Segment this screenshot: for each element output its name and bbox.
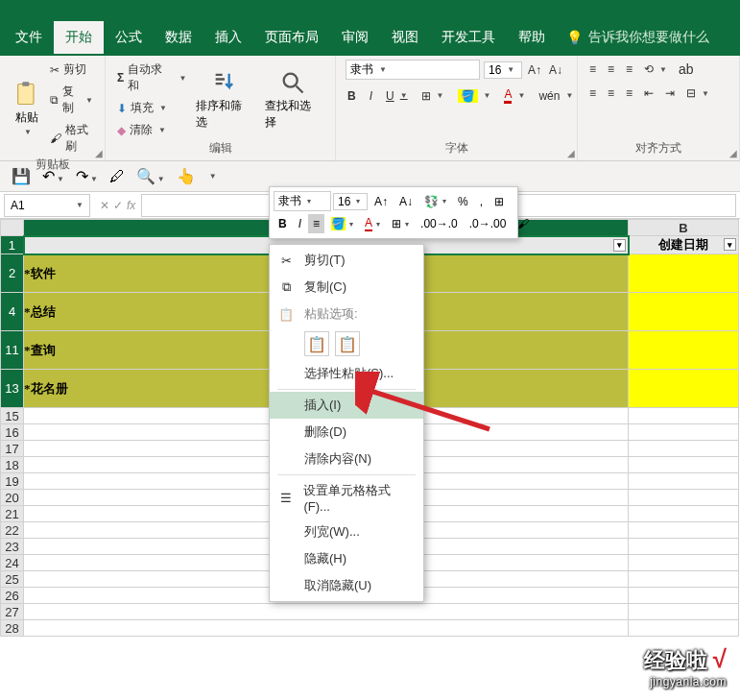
ctx-format-cells[interactable]: ☰设置单元格格式(F)... bbox=[270, 477, 423, 519]
filter-icon[interactable]: ▾ bbox=[613, 239, 626, 252]
sort-filter-button[interactable]: 排序和筛选 bbox=[192, 65, 256, 134]
font-color-icon[interactable]: A▾ bbox=[360, 213, 385, 234]
border-button[interactable]: ⊞▼ bbox=[419, 87, 446, 105]
dialog-launcher-icon[interactable]: ◢ bbox=[567, 148, 575, 158]
fill-color-icon[interactable]: 🪣▾ bbox=[326, 214, 358, 233]
tab-data[interactable]: 数据 bbox=[154, 21, 203, 54]
increase-font-icon[interactable]: A↑ bbox=[370, 192, 393, 211]
italic-button[interactable]: I bbox=[368, 87, 374, 105]
ctx-hide[interactable]: 隐藏(H) bbox=[270, 545, 423, 572]
ctx-clear[interactable]: 清除内容(N) bbox=[270, 446, 423, 472]
copy-button[interactable]: ⧉复制▼ bbox=[48, 82, 95, 118]
tab-layout[interactable]: 页面布局 bbox=[253, 21, 330, 54]
bold-button[interactable]: B bbox=[346, 87, 358, 105]
row-header[interactable]: 21 bbox=[1, 506, 24, 522]
phonetic-button[interactable]: wén▼ bbox=[537, 87, 575, 105]
ctx-copy[interactable]: ⧉复制(C) bbox=[270, 274, 423, 301]
paste-button[interactable]: 粘贴 ▼ bbox=[10, 77, 44, 140]
cell[interactable] bbox=[629, 506, 739, 522]
align-top-icon[interactable]: ≡ bbox=[587, 60, 598, 78]
cell[interactable] bbox=[629, 571, 739, 588]
ctx-unhide[interactable]: 取消隐藏(U) bbox=[270, 572, 423, 599]
ctx-cut[interactable]: ✂剪切(T) bbox=[270, 247, 423, 274]
paste-option-default[interactable]: 📋 bbox=[304, 331, 329, 356]
row-header[interactable]: 2 bbox=[1, 254, 24, 293]
decrease-decimal-icon[interactable]: .00→.0 bbox=[416, 214, 463, 233]
row-header[interactable]: 23 bbox=[1, 539, 24, 555]
cell[interactable] bbox=[629, 408, 739, 424]
cell[interactable] bbox=[629, 539, 739, 555]
tab-file[interactable]: 文件 bbox=[4, 21, 54, 54]
format-painter-button[interactable]: 🖌格式刷 bbox=[48, 120, 95, 157]
cell-b1[interactable]: 创建日期▾ bbox=[629, 236, 739, 254]
comma-icon[interactable]: , bbox=[475, 192, 488, 211]
tab-view[interactable]: 视图 bbox=[380, 21, 430, 54]
bold-icon[interactable]: B bbox=[274, 214, 292, 233]
clear-button[interactable]: ◆清除▼ bbox=[115, 120, 188, 140]
tab-review[interactable]: 审阅 bbox=[330, 21, 380, 54]
cell[interactable] bbox=[24, 604, 629, 620]
autosum-button[interactable]: Σ自动求和▼ bbox=[115, 60, 188, 96]
row-header[interactable]: 11 bbox=[1, 331, 24, 370]
paste-option-keep-format[interactable]: 📋 bbox=[335, 331, 360, 356]
cell[interactable] bbox=[629, 441, 739, 457]
row-header[interactable]: 26 bbox=[1, 588, 24, 604]
ctx-delete[interactable]: 删除(D) bbox=[270, 419, 423, 446]
ctx-insert[interactable]: 插入(I) bbox=[270, 392, 423, 419]
cell[interactable] bbox=[629, 473, 739, 490]
cell[interactable] bbox=[629, 490, 739, 506]
wrap-text-button[interactable]: ab bbox=[677, 60, 696, 79]
decrease-font-icon[interactable]: A↓ bbox=[547, 61, 564, 79]
align-center-icon[interactable]: ≡ bbox=[606, 84, 616, 102]
row-header[interactable]: 4 bbox=[1, 293, 24, 331]
align-right-icon[interactable]: ≡ bbox=[624, 84, 634, 102]
filter-icon[interactable]: ▾ bbox=[724, 238, 736, 251]
align-center-icon[interactable]: ≡ bbox=[308, 214, 324, 233]
cell[interactable] bbox=[629, 424, 739, 441]
cell[interactable] bbox=[629, 331, 739, 370]
row-header[interactable]: 27 bbox=[1, 604, 24, 620]
enter-icon[interactable]: ✓ bbox=[113, 199, 123, 212]
brush-icon[interactable]: 🖊 bbox=[106, 164, 129, 189]
align-bottom-icon[interactable]: ≡ bbox=[624, 60, 634, 78]
row-header[interactable]: 18 bbox=[1, 457, 24, 473]
fill-color-button[interactable]: 🪣▼ bbox=[456, 87, 493, 105]
tab-formulas[interactable]: 公式 bbox=[104, 21, 154, 54]
cell[interactable] bbox=[629, 254, 739, 293]
row-header[interactable]: 19 bbox=[1, 473, 24, 490]
ctx-column-width[interactable]: 列宽(W)... bbox=[270, 519, 423, 545]
mini-font-name[interactable]: 隶书▾ bbox=[274, 191, 331, 211]
column-header-b[interactable]: B bbox=[629, 220, 739, 236]
accounting-format-icon[interactable]: 💱▾ bbox=[419, 192, 451, 211]
touch-mode-icon[interactable]: 👆 bbox=[173, 163, 200, 189]
decrease-font-icon[interactable]: A↓ bbox=[394, 192, 418, 211]
name-box[interactable]: A1▼ bbox=[4, 194, 90, 217]
cell[interactable] bbox=[629, 555, 739, 571]
tab-home[interactable]: 开始 bbox=[54, 21, 104, 54]
dialog-launcher-icon[interactable]: ◢ bbox=[95, 148, 103, 158]
row-header[interactable]: 28 bbox=[1, 620, 24, 637]
percent-icon[interactable]: % bbox=[453, 192, 473, 211]
border-icon[interactable]: ⊞▾ bbox=[387, 214, 414, 233]
font-color-button[interactable]: A▼ bbox=[502, 85, 527, 106]
find-select-button[interactable]: 查找和选择 bbox=[261, 65, 325, 134]
dialog-launcher-icon[interactable]: ◢ bbox=[729, 148, 737, 158]
row-header[interactable]: 16 bbox=[1, 424, 24, 441]
row-header[interactable]: 22 bbox=[1, 522, 24, 539]
font-size-select[interactable]: 16▼ bbox=[484, 61, 522, 79]
merge-button[interactable]: ⊟▼ bbox=[684, 84, 711, 102]
find-icon[interactable]: 🔍▼ bbox=[132, 163, 169, 189]
row-header[interactable]: 25 bbox=[1, 571, 24, 588]
decrease-indent-icon[interactable]: ⇤ bbox=[642, 84, 656, 102]
align-left-icon[interactable]: ≡ bbox=[587, 84, 598, 102]
fill-button[interactable]: ⬇填充▼ bbox=[115, 98, 188, 118]
cell[interactable] bbox=[629, 604, 739, 620]
increase-indent-icon[interactable]: ⇥ bbox=[663, 84, 677, 102]
italic-icon[interactable]: I bbox=[294, 214, 306, 233]
tab-help[interactable]: 帮助 bbox=[507, 21, 557, 54]
mini-font-size[interactable]: 16▾ bbox=[333, 193, 368, 210]
format-painter-icon[interactable]: 🖌 bbox=[513, 214, 534, 233]
align-middle-icon[interactable]: ≡ bbox=[606, 60, 616, 78]
orientation-icon[interactable]: ⟲▼ bbox=[642, 60, 669, 78]
underline-button[interactable]: U▼ bbox=[384, 87, 410, 105]
